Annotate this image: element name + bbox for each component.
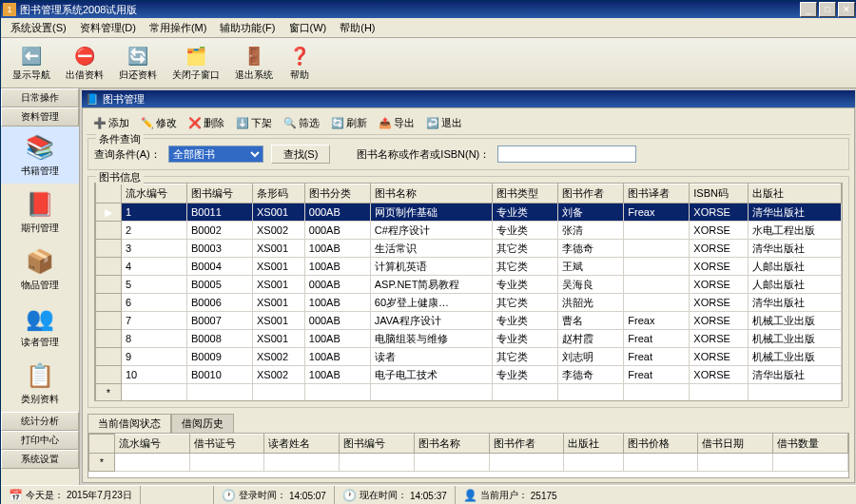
child-toolbar-button[interactable]: ❌删除 <box>184 114 229 132</box>
titlebar: 1 图书管理系统2008试用版 _ □ ✕ <box>1 1 856 18</box>
column-header[interactable]: 图书名称 <box>370 184 492 204</box>
minimize-button[interactable]: _ <box>800 2 817 17</box>
detail-tab[interactable]: 借阅历史 <box>171 414 234 433</box>
table-cell: 专业类 <box>493 222 558 240</box>
sidebar-item[interactable]: 📋类别资料 <box>1 355 79 412</box>
maximize-button[interactable]: □ <box>819 2 836 17</box>
table-row[interactable]: 6B0006XS001100AB60岁登上健康…其它类洪韶光XORSE清华出版社 <box>96 294 842 312</box>
toolbar-button[interactable]: 🔄归还资料 <box>113 43 163 84</box>
column-header[interactable]: 图书作者 <box>558 184 624 204</box>
sidebar-item-icon: 📋 <box>25 360 55 391</box>
column-header[interactable]: 图书作者 <box>489 435 564 454</box>
toolbar-label: 帮助 <box>290 68 309 82</box>
toolbar-label: 出借资料 <box>66 68 104 82</box>
column-header[interactable]: 图书编号 <box>340 435 415 454</box>
close-button[interactable]: ✕ <box>838 2 855 17</box>
table-cell: XS002 <box>253 366 305 384</box>
table-cell: 吴海良 <box>558 276 624 294</box>
table-cell: 100AB <box>304 294 370 312</box>
loan-grid-scroll[interactable]: 流水编号借书证号读者姓名图书编号图书名称图书作者出版社图书价格借书日期借书数量* <box>88 433 849 478</box>
table-cell: XS001 <box>253 276 305 294</box>
table-row[interactable]: 4B0004XS001100AB计算机英语其它类王斌XORSE人邮出版社 <box>96 258 842 276</box>
toolbar-button[interactable]: ⛔出借资料 <box>60 43 109 84</box>
book-grid-scroll[interactable]: 流水编号图书编号条形码图书分类图书名称图书类型图书作者图书译者ISBN码出版社▶… <box>94 183 843 401</box>
sidebar-item[interactable]: 📚书籍管理 <box>1 126 79 184</box>
table-row[interactable]: 9B0009XS002100AB读者其它类刘志明FreatXORSE机械工业出版 <box>96 348 842 366</box>
child-toolbar-button[interactable]: ✏️修改 <box>136 114 182 132</box>
column-header[interactable]: 图书分类 <box>304 184 370 204</box>
sidebar-item[interactable]: 📕期刊管理 <box>1 184 79 241</box>
toolbar-button[interactable]: 🚪退出系统 <box>229 43 279 84</box>
loan-grid[interactable]: 流水编号借书证号读者姓名图书编号图书名称图书作者出版社图书价格借书日期借书数量* <box>88 434 848 472</box>
sidebar-header[interactable]: 打印中心 <box>1 431 79 450</box>
menu-item[interactable]: 辅助功能(F) <box>214 19 281 37</box>
table-row[interactable]: ▶1B0011XS001000AB网页制作基础专业类刘备FreaxXORSE清华… <box>96 204 842 222</box>
toolbar-button[interactable]: 🗂️关闭子窗口 <box>166 43 225 84</box>
toolbar-button[interactable]: ❓帮助 <box>282 43 317 84</box>
table-row[interactable]: 7B0007XS001000ABJAVA程序设计专业类曹名FreaxXORSE机… <box>96 312 842 330</box>
table-cell: 其它类 <box>493 240 558 258</box>
menu-item[interactable]: 系统设置(S) <box>5 19 72 37</box>
table-cell: 2 <box>122 222 187 240</box>
table-row[interactable]: 5B0005XS001000ABASP.NET简易教程专业类吴海良XORSE人邮… <box>96 276 842 294</box>
menu-item[interactable]: 常用操作(M) <box>144 19 213 37</box>
table-cell: XS001 <box>253 312 305 330</box>
table-cell <box>624 258 690 276</box>
column-header[interactable]: 借书数量 <box>773 435 848 454</box>
column-header[interactable]: 借书证号 <box>189 435 264 454</box>
column-header[interactable]: 读者姓名 <box>264 435 340 454</box>
child-toolbar-button[interactable]: 🔍筛选 <box>279 114 324 132</box>
sidebar-header[interactable]: 日常操作 <box>1 88 79 107</box>
table-cell: 电子电工技术 <box>370 366 492 384</box>
child-toolbar-button[interactable]: ➕添加 <box>88 114 134 132</box>
column-header[interactable]: 借书日期 <box>698 435 773 454</box>
child-toolbar-icon: ⬇️ <box>236 117 249 130</box>
table-cell: B0006 <box>187 294 253 312</box>
column-header[interactable]: 图书类型 <box>493 184 558 204</box>
table-cell: 电脑组装与维修 <box>370 330 492 348</box>
table-cell: 清华出版社 <box>749 240 842 258</box>
clock-icon: 🕐 <box>222 489 236 502</box>
table-row[interactable]: 2B0002XS002000ABC#程序设计专业类张清XORSE水电工程出版 <box>96 222 842 240</box>
column-header[interactable]: 图书名称 <box>414 435 489 454</box>
child-toolbar-button[interactable]: ↩️退出 <box>421 114 467 132</box>
column-header[interactable]: 图书编号 <box>187 184 253 204</box>
table-row[interactable]: 3B0003XS001100AB生活常识其它类李德奇XORSE清华出版社 <box>96 240 842 258</box>
table-row[interactable]: 10B0010XS002100AB电子电工技术专业类李德奇FreatXORSE清… <box>96 366 842 384</box>
table-row[interactable]: 8B0008XS001100AB电脑组装与维修专业类赵村霞FreatXORSE机… <box>96 330 842 348</box>
child-toolbar-button[interactable]: ⬇️下架 <box>231 114 277 132</box>
book-grid[interactable]: 流水编号图书编号条形码图书分类图书名称图书类型图书作者图书译者ISBN码出版社▶… <box>95 184 842 401</box>
column-header[interactable]: ISBN码 <box>690 184 749 204</box>
column-header[interactable]: 条形码 <box>253 184 305 204</box>
search-button[interactable]: 查找(S) <box>271 145 331 164</box>
sidebar-item-label: 书籍管理 <box>21 165 59 178</box>
child-toolbar-button[interactable]: 📤导出 <box>374 114 419 132</box>
menu-item[interactable]: 帮助(H) <box>334 19 380 37</box>
column-header[interactable]: 流水编号 <box>115 435 190 454</box>
book-icon: 📘 <box>86 93 99 106</box>
column-header[interactable]: 图书译者 <box>624 184 690 204</box>
column-header[interactable]: 图书价格 <box>623 435 698 454</box>
sidebar-header[interactable]: 资料管理 <box>1 107 79 126</box>
column-header[interactable]: 出版社 <box>564 435 623 454</box>
column-header[interactable]: 流水编号 <box>122 184 187 204</box>
sidebar-header[interactable]: 系统设置 <box>1 450 79 469</box>
table-cell: 专业类 <box>493 276 558 294</box>
child-body: ➕添加✏️修改❌删除⬇️下架🔍筛选🔄刷新📤导出↩️退出 条件查询 查询条件(A)… <box>82 107 855 483</box>
sidebar-item[interactable]: 📦物品管理 <box>1 241 79 298</box>
child-toolbar-icon: ➕ <box>93 117 107 130</box>
sidebar-item[interactable]: 👥读者管理 <box>1 298 79 355</box>
toolbar-button[interactable]: ⬅️显示导航 <box>7 43 56 84</box>
table-cell: XORSE <box>690 330 749 348</box>
column-header[interactable]: 出版社 <box>749 184 842 204</box>
table-cell: XORSE <box>690 258 749 276</box>
menu-item[interactable]: 窗口(W) <box>283 19 333 37</box>
query-combo[interactable]: 全部图书 <box>168 145 263 163</box>
sidebar-header[interactable]: 统计分析 <box>1 412 79 431</box>
table-cell: 专业类 <box>493 204 558 222</box>
child-toolbar-icon: 📤 <box>379 117 392 130</box>
detail-tab[interactable]: 当前借阅状态 <box>88 414 171 433</box>
menu-item[interactable]: 资料管理(D) <box>74 19 142 37</box>
child-toolbar-button[interactable]: 🔄刷新 <box>326 114 372 132</box>
isbn-input[interactable] <box>497 145 636 163</box>
